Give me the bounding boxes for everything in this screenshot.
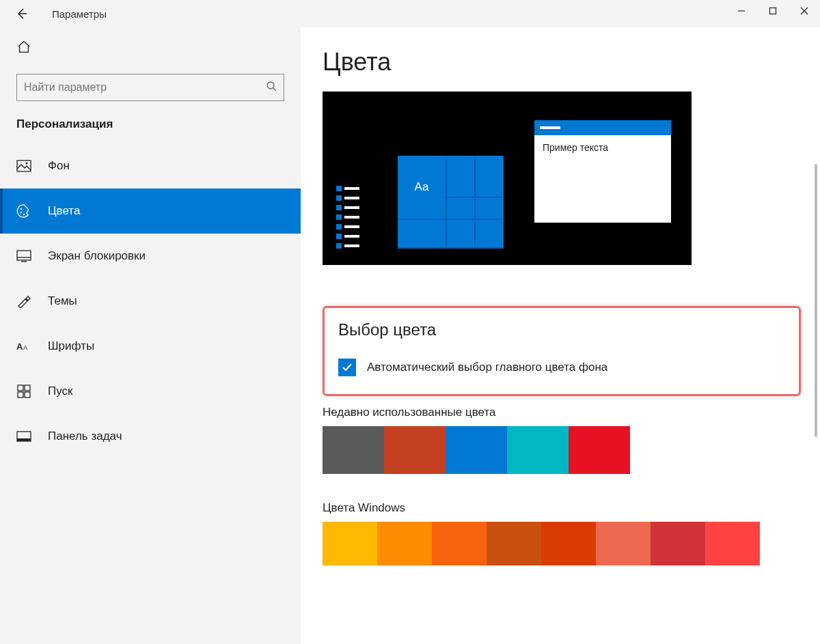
svg-rect-9 [17,251,31,260]
preview-start-tiles: Aa [398,156,504,249]
preview-window: Пример текста [534,120,671,223]
minimize-button[interactable] [726,0,757,22]
svg-point-2 [267,82,274,89]
svg-rect-1 [770,8,776,14]
preview-tile: Aa [398,156,446,219]
preview-taskbar [336,186,359,249]
start-icon [16,384,31,399]
recent-colors-title: Недавно использованные цвета [323,406,798,419]
color-preview: Aa Пример текста [323,92,692,265]
image-icon [16,158,31,173]
page-title: Цвета [323,48,798,76]
svg-rect-16 [18,392,23,397]
svg-rect-4 [17,160,31,171]
nav-item-background[interactable]: Фон [0,143,301,188]
color-swatch[interactable] [507,426,569,474]
fonts-icon: AA [16,339,31,354]
search-input[interactable] [24,81,266,94]
color-swatch[interactable] [596,522,651,565]
color-swatch[interactable] [446,426,507,474]
category-title: Персонализация [16,117,284,131]
svg-rect-19 [17,438,31,441]
svg-rect-17 [25,392,30,397]
sidebar: Персонализация Фон Цвета Экран блокировк… [0,27,301,644]
svg-point-7 [20,212,22,213]
color-swatch[interactable] [323,522,377,565]
color-swatch[interactable] [432,522,487,565]
maximize-button[interactable] [757,0,789,22]
color-swatch[interactable] [323,426,384,474]
themes-icon [16,294,31,309]
windows-colors-row [323,522,798,565]
nav-label: Панель задач [48,430,122,443]
preview-sample-text: Пример текста [534,135,671,160]
color-swatch[interactable] [377,522,432,565]
auto-color-label: Автоматический выбор главного цвета фона [367,361,607,374]
nav-item-fonts[interactable]: AA Шрифты [0,324,301,369]
back-button[interactable] [8,0,36,27]
svg-point-5 [26,163,28,165]
search-input-container[interactable] [16,74,284,101]
home-button[interactable] [16,40,301,57]
section-title-choose-color: Выбор цвета [338,320,785,339]
app-title: Параметры [52,8,107,20]
svg-rect-15 [25,385,30,391]
recent-colors-row [323,426,798,474]
scrollbar[interactable] [815,164,817,437]
windows-colors-title: Цвета Windows [323,501,798,515]
nav-item-colors[interactable]: Цвета [0,188,301,234]
svg-rect-14 [18,385,23,391]
nav-label: Темы [48,294,77,308]
lock-screen-icon [16,249,31,264]
nav-label: Фон [48,159,70,173]
close-button[interactable] [789,0,820,22]
svg-line-3 [273,88,276,91]
color-swatch[interactable] [384,426,446,474]
nav-item-start[interactable]: Пуск [0,369,301,414]
nav-label: Экран блокировки [48,249,146,263]
auto-color-checkbox[interactable] [338,359,356,376]
nav-item-lockscreen[interactable]: Экран блокировки [0,234,301,279]
highlight-annotation: Выбор цвета Автоматический выбор главног… [323,306,801,396]
svg-text:A: A [16,341,23,352]
nav-item-themes[interactable]: Темы [0,279,301,324]
taskbar-icon [16,429,31,444]
search-icon [266,81,277,94]
svg-text:A: A [23,344,27,351]
nav-label: Пуск [48,384,72,398]
palette-icon [16,204,31,219]
content-area: Цвета Aa Пример текста [301,27,820,644]
color-swatch[interactable] [651,522,705,565]
color-swatch[interactable] [487,522,541,565]
svg-point-6 [20,208,22,210]
nav-label: Цвета [48,204,80,218]
svg-point-8 [23,214,25,215]
color-swatch[interactable] [541,522,596,565]
color-swatch[interactable] [569,426,630,474]
color-swatch[interactable] [705,522,760,565]
nav-item-taskbar[interactable]: Панель задач [0,414,301,459]
nav-label: Шрифты [48,339,94,353]
